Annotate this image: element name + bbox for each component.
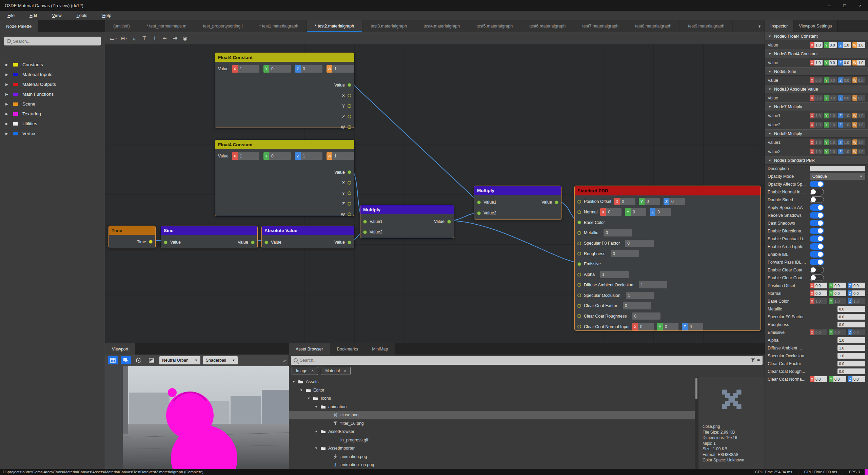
vector-component-field[interactable]: Y0.0 (829, 376, 846, 382)
input-port[interactable] (577, 273, 581, 277)
tree-item[interactable]: animation.png (289, 453, 695, 461)
value-field[interactable]: 0 (604, 229, 632, 236)
asset-browser-dock-tab[interactable]: Bookmarks (330, 343, 366, 355)
vector-component-field[interactable]: Z0.0 (848, 290, 865, 296)
vector-component-field[interactable]: W1.0 (852, 149, 865, 154)
edge-mul1-to-pbr-emissive[interactable] (450, 221, 578, 263)
palette-category[interactable]: ▶ Material Outputs (0, 79, 105, 89)
group-header[interactable]: ▼ Node8 Float4 Constant (765, 50, 868, 58)
input-port[interactable] (577, 283, 581, 287)
vector-component-field[interactable]: W1 (327, 152, 354, 160)
model-select[interactable]: Shaderball▼ (203, 356, 238, 364)
caret-icon[interactable]: ▼ (315, 405, 318, 408)
palette-category[interactable]: ▶ Texturing (0, 109, 105, 119)
asset-search[interactable]: ≡ (291, 356, 763, 365)
output-port[interactable] (348, 104, 351, 108)
toggle-switch[interactable] (810, 259, 824, 265)
align-left-icon[interactable]: ⇤ (160, 34, 169, 43)
viewport-3d-view[interactable] (105, 366, 289, 469)
output-port[interactable] (348, 212, 351, 216)
toggle-switch[interactable] (810, 243, 824, 250)
output-port[interactable] (555, 201, 558, 204)
node-standard-pbr[interactable]: Standard PBR Position Offset X0Y0Z0 Norm… (574, 186, 761, 331)
vector-component-field[interactable]: Z0.0 (838, 77, 851, 83)
output-port[interactable] (348, 181, 351, 185)
vector-component-field[interactable]: X0 (600, 208, 622, 216)
node-sine[interactable]: Sine Value Value (161, 226, 258, 248)
node-palette-tab[interactable]: Node Palette (0, 20, 38, 32)
value-field[interactable]: 1.0 (837, 345, 866, 351)
toolbar-expand-icon[interactable]: » (283, 358, 286, 363)
vector-component-field[interactable]: Z0.0 (838, 95, 851, 101)
asset-browser-dock-tab[interactable]: MiniMap (365, 343, 395, 355)
chevron-right-icon[interactable]: ▶ (5, 102, 9, 106)
chevron-right-icon[interactable]: ▶ (5, 63, 9, 66)
node-multiply-2[interactable]: Multiply Value1 Value Value2 (474, 186, 561, 220)
value-field[interactable]: 0 (632, 312, 660, 320)
group-header[interactable]: ▼ Node6 Float4 Constant (765, 32, 868, 40)
toggle-switch[interactable] (810, 204, 824, 211)
output-port[interactable] (348, 115, 351, 118)
output-port[interactable] (348, 83, 351, 87)
value-field[interactable]: 0.0 (837, 306, 866, 312)
input-port[interactable] (164, 241, 167, 244)
grid-toggle-icon[interactable] (108, 356, 118, 364)
node-title[interactable]: Multiply (360, 205, 454, 214)
output-port[interactable] (348, 125, 351, 129)
value-field[interactable]: 1 (639, 281, 667, 288)
caret-icon[interactable]: ▼ (315, 446, 318, 450)
caret-icon[interactable]: ▼ (315, 430, 318, 433)
vector-component-field[interactable]: X1.0 (810, 139, 823, 145)
align-right-icon[interactable]: ⇥ (171, 34, 179, 43)
vector-component-field[interactable]: Z1.0 (838, 149, 851, 154)
tab-overflow-button[interactable]: ▾ (754, 20, 765, 32)
group-header[interactable]: ▼ Node10 Absolute Value (765, 85, 868, 93)
value-field[interactable]: 1 (600, 271, 629, 278)
vector-component-field[interactable]: Y1.0 (824, 122, 837, 128)
align-bottom-icon[interactable]: ⊥ (150, 34, 159, 43)
node-title[interactable]: Float4 Constant (215, 53, 354, 62)
value-field[interactable]: 0 (623, 302, 651, 309)
vector-component-field[interactable]: Z1.0 (838, 113, 851, 118)
chevron-down-icon[interactable]: ▼ (768, 88, 771, 91)
group-header[interactable]: ▼ Node1 Standard PBR (765, 156, 868, 165)
document-tab[interactable]: test7.materialgraph (574, 20, 627, 32)
vector-component-field[interactable]: W0.0 (852, 77, 865, 83)
vector-component-field[interactable]: W1.0 (852, 122, 865, 128)
caret-icon[interactable]: ▼ (307, 397, 311, 400)
input-port[interactable] (577, 231, 581, 235)
document-tab[interactable]: test3.materialgraph (362, 20, 415, 32)
node-float4-constant-1[interactable]: Float4 Constant Value X1Y0Z0W1 Value X Y… (215, 53, 354, 128)
vector-component-field[interactable]: W1.0 (852, 139, 865, 145)
edge-f4c1-to-mul2[interactable] (351, 82, 478, 202)
vector-component-field[interactable]: W0.0 (852, 95, 865, 101)
menu-item[interactable]: View (44, 11, 69, 20)
vector-component-field[interactable]: Z0.0 (848, 376, 865, 382)
chevron-down-icon[interactable]: ▼ (768, 52, 771, 56)
vector-component-field[interactable]: W1.0 (852, 60, 865, 65)
vector-component-field[interactable]: W1.0 (852, 42, 865, 48)
toggle-switch[interactable] (810, 235, 824, 242)
vector-component-field[interactable]: Y0 (625, 208, 646, 216)
caret-icon[interactable]: ▼ (292, 380, 296, 383)
menu-icon[interactable]: ≡ (757, 358, 760, 363)
toggle-switch[interactable] (810, 251, 824, 258)
vector-component-field[interactable]: W1.0 (852, 113, 865, 118)
vector-component-field[interactable]: Y0.0 (824, 95, 837, 101)
palette-search-input[interactable] (13, 39, 98, 44)
vector-component-field[interactable]: Y1.0 (824, 149, 837, 154)
palette-category[interactable]: ▶ Constants (0, 60, 105, 70)
vector-component-field[interactable]: Y0.0 (829, 329, 846, 335)
menu-item[interactable]: Tools (69, 11, 95, 20)
vector-component-field[interactable]: X1 (232, 152, 259, 160)
input-port[interactable] (577, 304, 581, 308)
vector-component-field[interactable]: X0.0 (810, 290, 827, 296)
node-absolute-value[interactable]: Absolute Value Value Value (261, 226, 354, 248)
chevron-right-icon[interactable]: ▶ (5, 112, 9, 116)
value-field[interactable]: 0.0 (837, 314, 866, 320)
output-port[interactable] (447, 220, 451, 224)
vector-component-field[interactable]: Z1.0 (838, 139, 851, 145)
minimize-button[interactable]: ─ (821, 0, 837, 11)
document-tab[interactable]: * test2.materialgraph (307, 20, 362, 32)
node-title[interactable]: Standard PBR (575, 186, 761, 195)
